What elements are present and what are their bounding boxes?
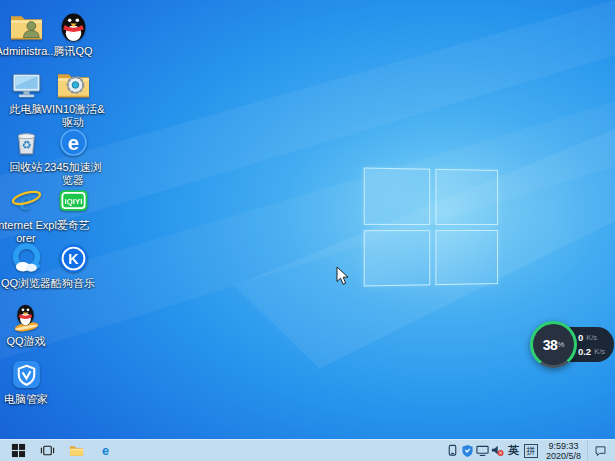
system-tray: 英 拼 9:59:33 2020/5/8 [445, 440, 615, 461]
upload-speed-unit: K/s [586, 333, 597, 342]
desktop-icon-2345-browser[interactable]: e2345加速浏览器 [51, 126, 95, 187]
desktop-icon-win10-activation-driver[interactable]: WIN10激活&驱动 [51, 68, 95, 129]
download-speed-value: 0.2 [578, 347, 591, 356]
download-speed-unit: K/s [594, 347, 605, 356]
folder-icon [69, 443, 84, 458]
windows-logo-pane [364, 167, 430, 224]
desktop-icon-label: 电脑管家 [0, 393, 58, 406]
ime-input-method-icon[interactable]: 拼 [524, 444, 538, 458]
usage-ring[interactable]: 38 % [530, 321, 577, 368]
windows-logo-pane [435, 230, 498, 286]
windows-logo-wallpaper [364, 167, 498, 286]
tray-network-display-icon[interactable] [475, 440, 490, 461]
desktop-icon-internet-explorer[interactable]: eInternet Explorer [4, 184, 48, 245]
kugou-icon: K [57, 242, 90, 275]
desktop-icon-label: 酷狗音乐 [41, 277, 105, 290]
speed-monitor-widget[interactable]: ▲ 0 K/s ▼ 0.2 K/s 38 % [530, 321, 614, 369]
action-center-button[interactable] [587, 440, 612, 461]
taskbar: e 英 拼 9:59:33 2020/5/8 [0, 439, 615, 461]
qq-browser-icon [10, 242, 43, 275]
tray-usb-device-icon[interactable] [445, 440, 460, 461]
start-icon [11, 443, 26, 458]
computer-icon [10, 68, 43, 101]
desktop-icon-iqiyi[interactable]: iQIYI爱奇艺 [51, 184, 95, 232]
edge-icon: e [98, 443, 113, 458]
folder-user-icon [10, 10, 43, 43]
upload-speed-value: 0 [578, 333, 583, 342]
folder-gear-icon [57, 68, 90, 101]
windows-logo-pane [435, 169, 498, 225]
blue-e-icon: e [57, 126, 90, 159]
desktop-icon-kugou-music[interactable]: K酷狗音乐 [51, 242, 95, 290]
shield-icon [10, 358, 43, 391]
windows-desktop: Administra...腾讯QQ此电脑WIN10激活&驱动♻回收站e2345加… [0, 0, 615, 461]
taskbar-button-task-view[interactable] [33, 440, 62, 461]
action-center-icon [594, 444, 607, 457]
usage-percent: 38 [543, 337, 558, 353]
svg-text:e: e [19, 186, 31, 216]
svg-text:♻: ♻ [21, 139, 31, 151]
taskbar-clock[interactable]: 9:59:33 2020/5/8 [541, 441, 586, 461]
tray-security-shield-icon[interactable] [460, 440, 475, 461]
desktop-icon-label: 腾讯QQ [41, 45, 105, 58]
desktop-icon-pc-manager[interactable]: 电脑管家 [4, 358, 48, 406]
recycle-bin-icon: ♻ [10, 126, 43, 159]
tray-volume-muted-icon[interactable] [490, 440, 505, 461]
qq-game-icon [10, 300, 43, 333]
ie-icon: e [10, 184, 43, 217]
clock-date: 2020/5/8 [546, 451, 581, 461]
svg-text:e: e [102, 444, 109, 458]
svg-text:iQIYI: iQIYI [64, 197, 82, 206]
usage-percent-symbol: % [557, 340, 564, 349]
clock-time: 9:59:33 [546, 441, 581, 451]
taskbar-button-start[interactable] [4, 440, 33, 461]
svg-text:K: K [68, 251, 79, 267]
windows-logo-pane [364, 230, 430, 287]
taskbar-button-file-explorer[interactable] [62, 440, 91, 461]
usage-ring-inner: 38 % [533, 324, 574, 365]
desktop-icon-tencent-qq[interactable]: 腾讯QQ [51, 10, 95, 58]
taskbar-button-browser-e[interactable]: e [91, 440, 120, 461]
svg-text:e: e [67, 131, 78, 154]
task-view-icon [40, 443, 55, 458]
tray-icons [445, 440, 505, 461]
desktop-icon-label: QQ游戏 [0, 335, 58, 348]
desktop-icon-qq-games[interactable]: QQ游戏 [4, 300, 48, 348]
desktop-icon-label: 爱奇艺 [41, 219, 105, 232]
qq-penguin-icon [57, 10, 90, 43]
taskbar-buttons: e [0, 440, 120, 461]
mouse-cursor [336, 266, 349, 286]
ime-language-indicator[interactable]: 英 [506, 443, 521, 458]
iqiyi-icon: iQIYI [57, 184, 90, 217]
